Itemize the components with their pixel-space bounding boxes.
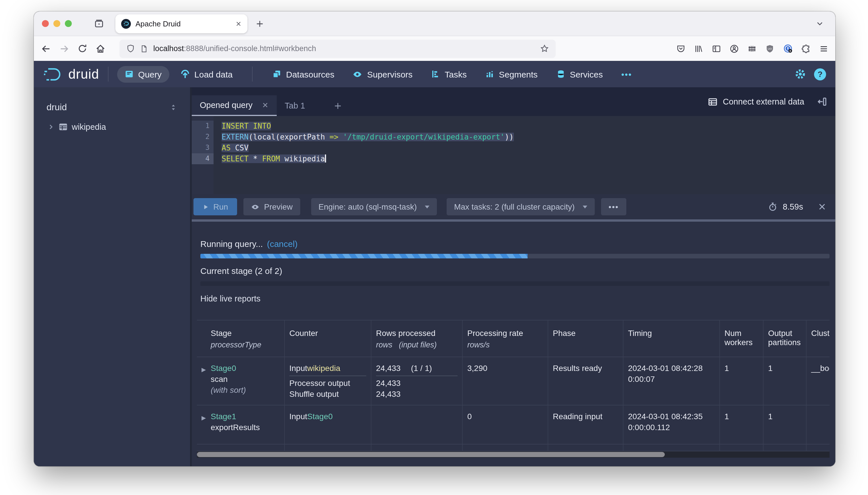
- bookmark-star-icon[interactable]: [540, 44, 549, 53]
- cell-text: scan: [211, 374, 228, 385]
- chevron-right-icon[interactable]: [48, 123, 54, 130]
- firefox-view-icon[interactable]: [91, 16, 106, 31]
- run-button[interactable]: Run: [193, 198, 237, 215]
- nav-item-segments[interactable]: Segments: [478, 66, 545, 82]
- stage-link[interactable]: Stage0: [307, 411, 333, 422]
- connect-external-data-button[interactable]: Connect external data: [708, 97, 804, 106]
- horizontal-scrollbar[interactable]: [197, 451, 830, 458]
- nav-item-load-data[interactable]: Load data: [173, 66, 240, 82]
- current-stage-text: Current stage (2 of 2): [201, 266, 830, 276]
- cell-text: Reading input: [553, 411, 603, 422]
- table-cell-cluster: [806, 444, 830, 451]
- druid-favicon: [121, 19, 131, 29]
- cell-line: 0:00:00.112: [628, 422, 715, 433]
- cell-text: 3,290: [467, 363, 487, 374]
- code-line[interactable]: SELECT * FROM wikipedia: [222, 153, 514, 164]
- add-query-tab-icon[interactable]: [328, 95, 348, 116]
- cell-line: __boost: [811, 363, 830, 374]
- segments-icon: [485, 69, 494, 79]
- page-info-icon[interactable]: [140, 45, 148, 53]
- settings-gear-icon[interactable]: [795, 68, 806, 80]
- close-results-icon[interactable]: [818, 203, 826, 211]
- sort-icon[interactable]: [169, 103, 177, 112]
- datasource-link[interactable]: wikipedia: [307, 363, 340, 374]
- cell-line: 2024-03-01 08:42:28: [628, 363, 715, 374]
- engine-select[interactable]: Engine: auto (sql-msq-task): [311, 198, 437, 215]
- max-tasks-select[interactable]: Max tasks: 2 (full cluster capacity): [447, 198, 595, 215]
- nav-item-datasources[interactable]: Datasources: [265, 66, 342, 82]
- browser-tab-strip: Apache Druid: [34, 12, 835, 36]
- list-all-tabs-icon[interactable]: [816, 19, 824, 28]
- home-icon[interactable]: [95, 44, 106, 54]
- query-status-panel: Running query... (cancel) Current stage …: [192, 222, 835, 304]
- new-tab-button[interactable]: [256, 19, 264, 28]
- query-tab-close-icon[interactable]: [262, 102, 269, 108]
- nav-item-supervisors[interactable]: Supervisors: [345, 66, 420, 82]
- cancel-query-link[interactable]: (cancel): [267, 239, 298, 249]
- cell-line: 0: [467, 411, 543, 422]
- cell-line: Input wikipedia: [289, 363, 366, 374]
- hide-live-reports-link[interactable]: Hide live reports: [201, 294, 261, 303]
- forward-icon[interactable]: [59, 44, 69, 54]
- tracking-shield-icon[interactable]: [126, 44, 135, 53]
- nav-item-services[interactable]: Services: [549, 66, 610, 82]
- more-options-button[interactable]: •••: [601, 198, 626, 215]
- row-expander-icon[interactable]: ▶: [197, 357, 206, 405]
- browser-tab[interactable]: Apache Druid: [116, 14, 247, 33]
- code-line[interactable]: AS CSV: [222, 142, 514, 153]
- druid-logo[interactable]: druid: [43, 66, 99, 82]
- multi-account-containers-icon[interactable]: [747, 44, 757, 53]
- extensions-puzzle-icon[interactable]: [801, 44, 811, 53]
- table-cell-phase: [548, 444, 623, 451]
- cell-text: 0:00:07: [628, 374, 655, 385]
- reload-icon[interactable]: [77, 44, 87, 53]
- cell-text: Processor output: [289, 378, 350, 389]
- panel-resizer-handle[interactable]: [192, 219, 835, 222]
- query-progress-fill: [201, 254, 527, 258]
- table-cell-stage: [206, 444, 285, 451]
- sidebar-item-wikipedia[interactable]: wikipedia: [34, 117, 190, 137]
- table-row: ▶Stage0scan(with sort)Input wikipediaPro…: [197, 357, 830, 406]
- column-header: Phase: [548, 321, 623, 357]
- cell-line: 24,433: [376, 389, 457, 400]
- onepassword-icon[interactable]: [783, 44, 793, 53]
- menu-hamburger-icon[interactable]: [819, 44, 828, 53]
- query-tab-opened-query[interactable]: Opened query: [192, 95, 277, 116]
- line-number: 3: [192, 142, 213, 153]
- library-icon[interactable]: [694, 44, 703, 53]
- collapse-panel-icon[interactable]: [817, 97, 827, 107]
- query-tab-bar: Opened query Tab 1 Connect external data: [192, 87, 835, 116]
- cell-text: Input: [289, 411, 307, 422]
- window-zoom-button[interactable]: [65, 20, 72, 27]
- row-expander-icon[interactable]: ▶: [197, 406, 206, 444]
- scrollbar-thumb[interactable]: [197, 452, 665, 457]
- supervisors-icon: [353, 69, 363, 79]
- cell-text: 0:00:00.112: [628, 422, 670, 433]
- nav-item-tasks[interactable]: Tasks: [423, 66, 474, 82]
- toolbar-extension-icons: UO: [676, 44, 828, 53]
- ublock-origin-icon[interactable]: UO: [765, 44, 775, 53]
- code-line[interactable]: EXTERN(local(exportPath => '/tmp/druid-e…: [222, 132, 514, 142]
- text-cursor: [325, 154, 326, 163]
- stage-link[interactable]: Stage1: [211, 411, 236, 422]
- help-icon[interactable]: ?: [814, 68, 826, 80]
- pocket-icon[interactable]: [676, 44, 685, 53]
- sidebars-icon[interactable]: [712, 44, 721, 53]
- query-progress-bar: [201, 254, 830, 258]
- tab-close-icon[interactable]: [236, 20, 242, 27]
- sql-editor[interactable]: 1234 INSERT INTOEXTERN(local(exportPath …: [192, 116, 835, 194]
- url-bar[interactable]: localhost:8888/unified-console.html#work…: [119, 39, 556, 58]
- editor-lines[interactable]: INSERT INTOEXTERN(local(exportPath => '/…: [213, 116, 514, 194]
- preview-button[interactable]: Preview: [243, 198, 300, 215]
- code-line[interactable]: INSERT INTO: [222, 121, 514, 132]
- account-icon[interactable]: [730, 44, 739, 53]
- stage-link[interactable]: Stage0: [211, 363, 236, 374]
- table-cell-stage: Stage1exportResults: [206, 406, 285, 444]
- nav-item-more[interactable]: •••: [614, 66, 640, 82]
- url-text[interactable]: localhost:8888/unified-console.html#work…: [153, 44, 535, 53]
- nav-item-query[interactable]: Query: [117, 66, 169, 82]
- window-minimize-button[interactable]: [53, 20, 60, 27]
- query-tab-tab1[interactable]: Tab 1: [277, 95, 313, 116]
- window-close-button[interactable]: [42, 20, 49, 27]
- back-icon[interactable]: [41, 44, 51, 54]
